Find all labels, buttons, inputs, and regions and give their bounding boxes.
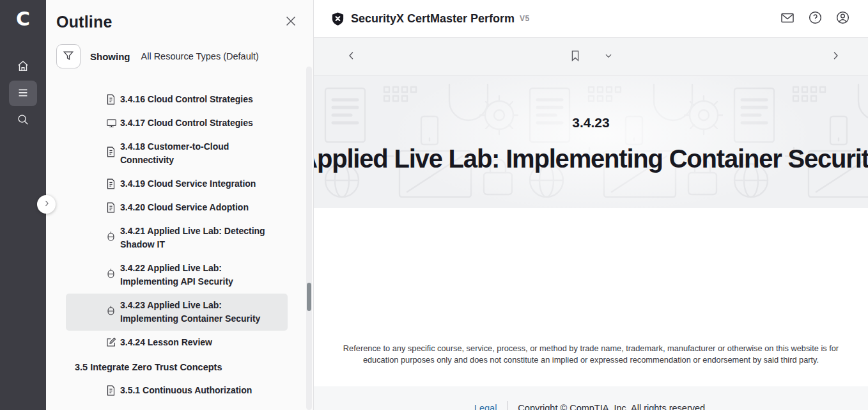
outline-item-3-4-24[interactable]: 3.4.24 Lesson Review <box>66 331 288 354</box>
outline-item-3-4-17[interactable]: 3.4.17 Cloud Control Strategies <box>66 111 288 135</box>
monitor-icon <box>106 118 117 129</box>
bookmark-button[interactable] <box>565 45 585 68</box>
outline-item-3-4-19[interactable]: 3.4.19 Cloud Service Integration <box>66 172 288 196</box>
chevron-down-icon <box>603 51 614 63</box>
close-outline-button[interactable] <box>281 12 300 33</box>
help-icon <box>808 10 823 27</box>
outline-item-3-4-22[interactable]: 3.4.22 Applied Live Lab: Implementing AP… <box>66 256 288 294</box>
outline-item-3-4-18[interactable]: 3.4.18 Customer-to-Cloud Connectivity <box>66 135 288 172</box>
help-button[interactable] <box>805 8 825 29</box>
filter-button[interactable] <box>56 44 81 68</box>
previous-lesson-button[interactable] <box>342 46 361 67</box>
lab-mouse-icon <box>106 231 116 242</box>
chevron-left-icon <box>346 50 357 63</box>
filter-funnel-icon <box>62 49 75 64</box>
chevron-right-icon <box>830 50 841 63</box>
lesson-review-pencil-icon <box>106 337 116 347</box>
app-header: SecurityX CertMaster Perform V5 <box>314 0 868 38</box>
document-icon <box>106 146 116 157</box>
home-button[interactable] <box>9 54 37 79</box>
filter-showing-label: Showing <box>90 51 130 62</box>
app-version-badge: V5 <box>520 14 530 23</box>
search-icon <box>16 113 30 129</box>
lab-mouse-icon <box>106 305 116 316</box>
bookmark-menu-button[interactable] <box>600 47 617 67</box>
next-lesson-button[interactable] <box>826 46 845 67</box>
document-icon <box>106 178 116 189</box>
panel-collapse-toggle[interactable] <box>37 195 56 214</box>
securityx-shield-icon <box>330 12 345 26</box>
outline-menu-button[interactable] <box>9 81 37 106</box>
bookmark-icon <box>569 49 582 65</box>
outline-item-3-4-21[interactable]: 3.4.21 Applied Live Lab: Detecting Shado… <box>66 219 288 256</box>
mail-icon <box>780 10 795 28</box>
page-footer: Legal Copyright © CompTIA, Inc. All righ… <box>314 386 868 410</box>
comptia-logo: C <box>16 8 30 31</box>
search-button[interactable] <box>9 107 37 133</box>
lesson-toolbar <box>314 38 868 75</box>
outline-menu-icon <box>16 86 30 102</box>
copyright-text: Copyright © CompTIA, Inc. All rights res… <box>518 403 708 410</box>
lab-mouse-icon <box>106 268 116 279</box>
document-icon <box>106 94 116 105</box>
messages-button[interactable] <box>777 8 798 30</box>
outline-item-3-4-20[interactable]: 3.4.20 Cloud Service Adoption <box>66 196 288 219</box>
lesson-title: Applied Live Lab: Implementing Container… <box>314 145 868 173</box>
main-content-area: SecurityX CertMaster Perform V5 <box>314 0 868 410</box>
outline-item-3-5-1[interactable]: 3.5.1 Continuous Authorization <box>66 379 288 402</box>
document-icon <box>106 385 116 396</box>
outline-panel: Outline Showing All Resource Types (Defa… <box>46 0 314 410</box>
outline-title: Outline <box>56 13 112 31</box>
close-icon <box>284 20 298 30</box>
outline-scrollbar-thumb[interactable] <box>307 283 311 311</box>
disclaimer-text: Reference to any specific course, servic… <box>339 343 843 366</box>
filter-value: All Resource Types (Default) <box>141 51 259 61</box>
app-window: C <box>0 0 868 410</box>
home-icon <box>16 59 30 75</box>
outline-section-3-5: 3.5 Integrate Zero Trust Concepts <box>66 354 288 379</box>
outline-item-3-4-23-selected[interactable]: 3.4.23 Applied Live Lab: Implementing Co… <box>66 294 288 331</box>
lesson-body: Reference to any specific course, servic… <box>314 208 868 386</box>
legal-link[interactable]: Legal <box>474 403 497 410</box>
document-icon <box>106 202 116 213</box>
app-title: SecurityX CertMaster Perform <box>351 12 515 26</box>
lesson-number: 3.4.23 <box>572 115 609 130</box>
outline-list: 3.4.16 Cloud Control Strategies 3.4.17 C… <box>66 88 288 402</box>
lesson-hero-banner: 3.4.23 Applied Live Lab: Implementing Co… <box>314 75 868 208</box>
outline-scrollbar-track[interactable] <box>306 67 312 410</box>
chevron-right-icon <box>42 199 51 210</box>
footer-divider <box>507 401 508 410</box>
account-button[interactable] <box>833 8 853 29</box>
outline-item-3-4-16[interactable]: 3.4.16 Cloud Control Strategies <box>66 88 288 111</box>
account-icon <box>835 10 850 27</box>
